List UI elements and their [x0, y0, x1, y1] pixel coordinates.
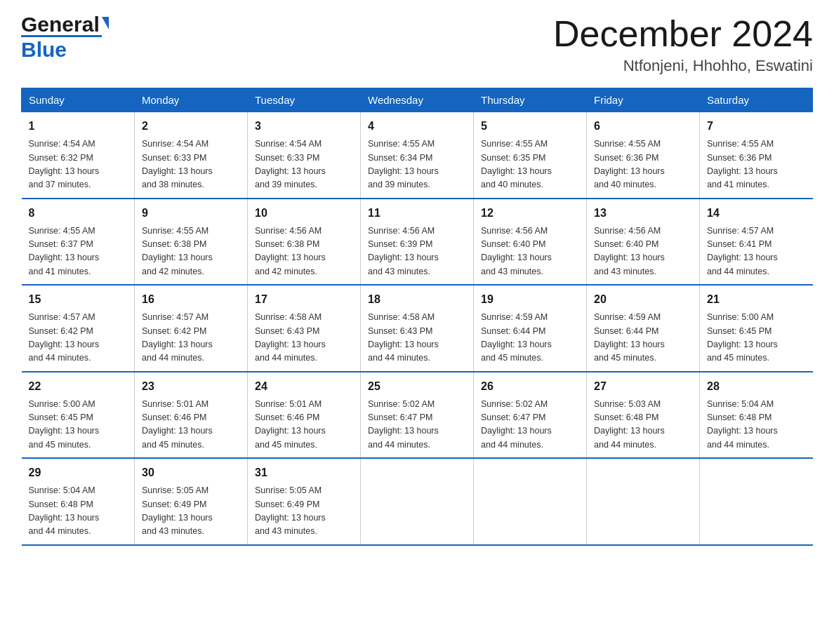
calendar-cell: 8Sunrise: 4:55 AM Sunset: 6:37 PM Daylig… — [22, 199, 135, 286]
logo-triangle-icon — [102, 17, 109, 29]
calendar-week-row: 29Sunrise: 5:04 AM Sunset: 6:48 PM Dayli… — [22, 458, 813, 545]
day-info: Sunrise: 5:04 AM Sunset: 6:48 PM Dayligh… — [29, 484, 128, 539]
day-info: Sunrise: 4:54 AM Sunset: 6:33 PM Dayligh… — [255, 137, 353, 192]
calendar-cell: 18Sunrise: 4:58 AM Sunset: 6:43 PM Dayli… — [361, 285, 474, 372]
calendar-cell: 15Sunrise: 4:57 AM Sunset: 6:42 PM Dayli… — [22, 285, 135, 372]
logo-blue: Blue — [21, 38, 67, 62]
calendar-cell: 27Sunrise: 5:03 AM Sunset: 6:48 PM Dayli… — [587, 372, 700, 459]
day-info: Sunrise: 4:54 AM Sunset: 6:33 PM Dayligh… — [142, 137, 240, 192]
calendar-cell: 5Sunrise: 4:55 AM Sunset: 6:35 PM Daylig… — [474, 112, 587, 199]
day-number: 19 — [481, 291, 579, 308]
calendar-table: SundayMondayTuesdayWednesdayThursdayFrid… — [21, 88, 813, 546]
calendar-cell: 12Sunrise: 4:56 AM Sunset: 6:40 PM Dayli… — [474, 199, 587, 286]
day-number: 3 — [255, 118, 353, 135]
day-info: Sunrise: 4:56 AM Sunset: 6:39 PM Dayligh… — [368, 224, 466, 279]
calendar-cell — [587, 458, 700, 545]
day-info: Sunrise: 4:55 AM Sunset: 6:37 PM Dayligh… — [29, 224, 128, 279]
day-number: 21 — [707, 291, 806, 308]
logo-general: General — [21, 14, 100, 35]
day-info: Sunrise: 4:55 AM Sunset: 6:36 PM Dayligh… — [594, 137, 692, 192]
col-header-monday: Monday — [135, 88, 248, 112]
calendar-cell: 22Sunrise: 5:00 AM Sunset: 6:45 PM Dayli… — [22, 372, 135, 459]
day-info: Sunrise: 4:54 AM Sunset: 6:32 PM Dayligh… — [29, 137, 128, 192]
day-number: 15 — [29, 291, 128, 308]
location-title: Ntfonjeni, Hhohho, Eswatini — [553, 57, 813, 75]
calendar-cell: 6Sunrise: 4:55 AM Sunset: 6:36 PM Daylig… — [587, 112, 700, 199]
calendar-cell: 24Sunrise: 5:01 AM Sunset: 6:46 PM Dayli… — [248, 372, 361, 459]
calendar-cell: 29Sunrise: 5:04 AM Sunset: 6:48 PM Dayli… — [22, 458, 135, 545]
day-number: 12 — [481, 205, 579, 222]
day-number: 16 — [142, 291, 240, 308]
day-number: 5 — [481, 118, 579, 135]
day-info: Sunrise: 4:56 AM Sunset: 6:40 PM Dayligh… — [481, 224, 579, 279]
day-number: 18 — [368, 291, 466, 308]
day-info: Sunrise: 5:05 AM Sunset: 6:49 PM Dayligh… — [255, 484, 353, 539]
logo-divider — [21, 35, 102, 37]
day-number: 23 — [142, 378, 240, 395]
calendar-cell: 9Sunrise: 4:55 AM Sunset: 6:38 PM Daylig… — [135, 199, 248, 286]
month-title: December 2024 — [553, 14, 813, 54]
day-number: 17 — [255, 291, 353, 308]
day-info: Sunrise: 5:01 AM Sunset: 6:46 PM Dayligh… — [255, 398, 353, 452]
day-number: 26 — [481, 378, 579, 395]
calendar-week-row: 8Sunrise: 4:55 AM Sunset: 6:37 PM Daylig… — [22, 199, 813, 286]
day-info: Sunrise: 4:55 AM Sunset: 6:38 PM Dayligh… — [142, 224, 240, 279]
title-block: December 2024 Ntfonjeni, Hhohho, Eswatin… — [553, 14, 813, 75]
calendar-cell: 17Sunrise: 4:58 AM Sunset: 6:43 PM Dayli… — [248, 285, 361, 372]
day-number: 10 — [255, 205, 353, 222]
day-number: 28 — [707, 378, 806, 395]
calendar-cell: 31Sunrise: 5:05 AM Sunset: 6:49 PM Dayli… — [248, 458, 361, 545]
day-info: Sunrise: 5:03 AM Sunset: 6:48 PM Dayligh… — [594, 398, 692, 452]
col-header-sunday: Sunday — [22, 88, 135, 112]
calendar-cell — [474, 458, 587, 545]
day-info: Sunrise: 5:00 AM Sunset: 6:45 PM Dayligh… — [707, 311, 806, 365]
day-number: 27 — [594, 378, 692, 395]
calendar-week-row: 15Sunrise: 4:57 AM Sunset: 6:42 PM Dayli… — [22, 285, 813, 372]
calendar-cell: 7Sunrise: 4:55 AM Sunset: 6:36 PM Daylig… — [700, 112, 813, 199]
day-number: 14 — [707, 205, 806, 222]
day-info: Sunrise: 4:59 AM Sunset: 6:44 PM Dayligh… — [594, 311, 692, 365]
day-info: Sunrise: 4:55 AM Sunset: 6:36 PM Dayligh… — [707, 137, 806, 192]
calendar-cell: 1Sunrise: 4:54 AM Sunset: 6:32 PM Daylig… — [22, 112, 135, 199]
day-info: Sunrise: 4:58 AM Sunset: 6:43 PM Dayligh… — [368, 311, 466, 365]
day-number: 11 — [368, 205, 466, 222]
calendar-header-row: SundayMondayTuesdayWednesdayThursdayFrid… — [22, 88, 813, 112]
day-number: 25 — [368, 378, 466, 395]
col-header-friday: Friday — [587, 88, 700, 112]
calendar-cell: 11Sunrise: 4:56 AM Sunset: 6:39 PM Dayli… — [361, 199, 474, 286]
col-header-tuesday: Tuesday — [248, 88, 361, 112]
col-header-wednesday: Wednesday — [361, 88, 474, 112]
calendar-cell: 20Sunrise: 4:59 AM Sunset: 6:44 PM Dayli… — [587, 285, 700, 372]
calendar-cell — [361, 458, 474, 545]
day-info: Sunrise: 4:57 AM Sunset: 6:42 PM Dayligh… — [29, 311, 128, 365]
calendar-cell: 19Sunrise: 4:59 AM Sunset: 6:44 PM Dayli… — [474, 285, 587, 372]
calendar-cell: 30Sunrise: 5:05 AM Sunset: 6:49 PM Dayli… — [135, 458, 248, 545]
day-info: Sunrise: 5:00 AM Sunset: 6:45 PM Dayligh… — [29, 398, 128, 452]
calendar-week-row: 1Sunrise: 4:54 AM Sunset: 6:32 PM Daylig… — [22, 112, 813, 199]
day-info: Sunrise: 4:55 AM Sunset: 6:34 PM Dayligh… — [368, 137, 466, 192]
day-info: Sunrise: 5:02 AM Sunset: 6:47 PM Dayligh… — [481, 398, 579, 452]
day-number: 8 — [29, 205, 128, 222]
day-number: 13 — [594, 205, 692, 222]
day-number: 4 — [368, 118, 466, 135]
day-number: 30 — [142, 464, 240, 481]
day-number: 20 — [594, 291, 692, 308]
day-number: 2 — [142, 118, 240, 135]
calendar-cell: 10Sunrise: 4:56 AM Sunset: 6:38 PM Dayli… — [248, 199, 361, 286]
day-info: Sunrise: 5:01 AM Sunset: 6:46 PM Dayligh… — [142, 398, 240, 452]
col-header-saturday: Saturday — [700, 88, 813, 112]
col-header-thursday: Thursday — [474, 88, 587, 112]
day-number: 1 — [29, 118, 128, 135]
day-info: Sunrise: 4:56 AM Sunset: 6:38 PM Dayligh… — [255, 224, 353, 279]
day-info: Sunrise: 4:57 AM Sunset: 6:41 PM Dayligh… — [707, 224, 806, 279]
calendar-cell: 13Sunrise: 4:56 AM Sunset: 6:40 PM Dayli… — [587, 199, 700, 286]
day-info: Sunrise: 4:57 AM Sunset: 6:42 PM Dayligh… — [142, 311, 240, 365]
day-info: Sunrise: 5:04 AM Sunset: 6:48 PM Dayligh… — [707, 398, 806, 452]
calendar-cell: 4Sunrise: 4:55 AM Sunset: 6:34 PM Daylig… — [361, 112, 474, 199]
day-number: 7 — [707, 118, 806, 135]
logo: General Blue — [21, 14, 109, 62]
calendar-cell — [700, 458, 813, 545]
calendar-cell: 2Sunrise: 4:54 AM Sunset: 6:33 PM Daylig… — [135, 112, 248, 199]
calendar-cell: 16Sunrise: 4:57 AM Sunset: 6:42 PM Dayli… — [135, 285, 248, 372]
day-number: 9 — [142, 205, 240, 222]
